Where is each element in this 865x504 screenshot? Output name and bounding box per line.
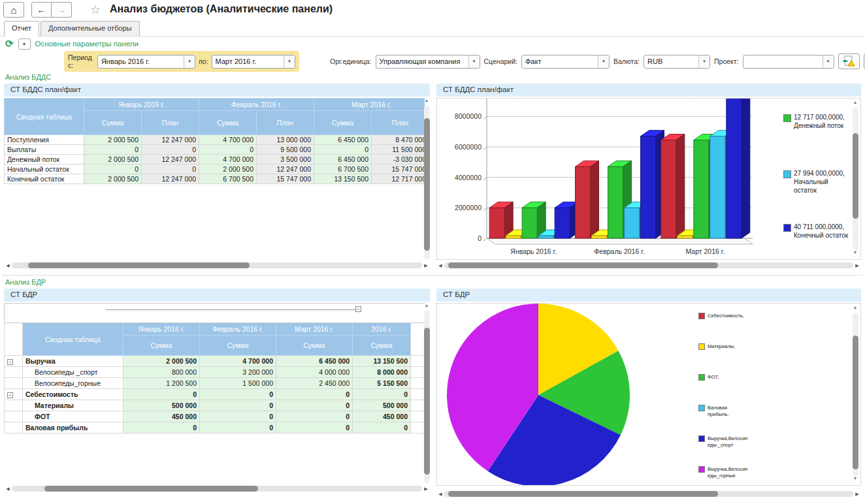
chevron-down-icon[interactable]: ▾ <box>284 55 295 68</box>
bdds-chart-hscrollbar[interactable]: ◀ ▶ <box>436 261 861 270</box>
legend-label: Материалы, <box>708 343 748 350</box>
value-cell: 5 150 500 <box>353 378 411 389</box>
scroll-left-icon[interactable]: ◀ <box>4 486 12 492</box>
currency-label: Валюта: <box>613 57 640 65</box>
table-row[interactable]: ФОТ450 00000450 000 <box>5 411 425 422</box>
period-to-combo[interactable]: Март 2016 г. ▾ <box>212 55 295 69</box>
bdds-legend-vscrollbar[interactable]: ▲ ▼ <box>851 100 859 258</box>
table-row[interactable]: −Выручка2 000 5004 700 0006 450 00013 15… <box>5 356 425 367</box>
org-unit-combo[interactable]: Управляющая компания ▾ <box>376 55 480 69</box>
bdds-table-vscrollbar[interactable]: ▲ <box>423 98 431 260</box>
export-settings-button[interactable] <box>838 54 860 69</box>
table-row[interactable]: Валовая прибыль0000 <box>5 422 425 433</box>
table-row[interactable]: Велосипеды _спорт800 0003 200 0004 000 0… <box>5 367 425 378</box>
column-header: 2016 г. <box>353 323 411 336</box>
scroll-thumb[interactable] <box>853 133 858 219</box>
bdr-table-panel-title: СТ БДР <box>4 289 430 302</box>
legend-label: Себестоимость, <box>708 313 748 319</box>
sub-column-header: Сумма <box>84 111 142 135</box>
scroll-left-icon[interactable]: ◀ <box>4 263 12 268</box>
scroll-right-icon[interactable]: ▶ <box>853 492 861 497</box>
legend-label: ФОТ, <box>708 374 748 381</box>
collapse-columns-button[interactable]: − <box>355 306 361 312</box>
params-panel-link[interactable]: Основные параметры панели <box>35 40 139 48</box>
scroll-thumb[interactable] <box>28 262 250 268</box>
table-row[interactable]: Выплаты0009 500 000011 500 000 <box>5 145 425 155</box>
bdr-table-vscrollbar[interactable]: ▲ <box>423 303 431 483</box>
scroll-down-icon[interactable]: ▼ <box>853 476 858 484</box>
value-cell: 2 000 500 <box>84 155 142 165</box>
project-value <box>743 55 823 68</box>
org-unit-label: Орг.единица: <box>330 57 372 65</box>
row-name-cell: Велосипеды_горные <box>23 378 123 389</box>
bdds-table-hscrollbar[interactable]: ◀ ▶ <box>4 261 430 270</box>
scroll-thumb[interactable] <box>853 336 858 469</box>
bdds-section-link[interactable]: Анализ БДДС <box>5 73 51 81</box>
value-cell: 2 450 000 <box>276 378 353 389</box>
scenario-combo[interactable]: Факт ▾ <box>521 55 610 69</box>
table-row[interactable]: −Себестоимость0000 <box>5 389 425 400</box>
chevron-down-icon[interactable]: ▾ <box>184 55 195 68</box>
legend-color-swatch <box>698 343 705 350</box>
tab-report[interactable]: Отчет <box>4 21 39 37</box>
chevron-down-icon[interactable]: ▾ <box>698 55 710 68</box>
home-button[interactable]: ⌂ <box>3 2 24 18</box>
row-name-cell: Выручка <box>23 356 123 367</box>
scroll-up-icon[interactable]: ▲ <box>853 100 858 108</box>
value-cell: 450 000 <box>353 411 411 422</box>
scroll-up-icon[interactable]: ▲ <box>853 305 858 313</box>
row-name-cell: ФОТ <box>23 411 123 422</box>
bdr-legend-vscrollbar[interactable]: ▲ ▼ <box>851 305 859 484</box>
legend-color-swatch <box>698 374 705 381</box>
table-row[interactable]: Денежный поток2 000 50012 247 0004 700 0… <box>5 155 425 165</box>
legend-entry: ФОТ, <box>698 374 748 381</box>
period-from-combo[interactable]: Январь 2016 г. ▾ <box>97 55 195 69</box>
legend-entry: 12 717 000,0000, Денежный поток <box>783 113 851 130</box>
project-combo[interactable]: ▾ <box>743 55 834 69</box>
tab-additional-filters[interactable]: Дополнительные отборы <box>41 21 140 36</box>
scroll-right-icon[interactable]: ▶ <box>422 486 430 492</box>
value-cell: 0 <box>353 422 411 433</box>
currency-combo[interactable]: RUB ▾ <box>644 55 710 69</box>
table-row[interactable]: Поступления2 000 50012 247 0004 700 0001… <box>5 135 425 145</box>
scroll-thumb[interactable] <box>424 118 430 251</box>
scroll-thumb[interactable] <box>448 262 718 268</box>
chevron-down-icon[interactable]: ▾ <box>823 55 834 68</box>
table-row[interactable]: Материалы500 00000500 000 <box>5 400 425 411</box>
back-icon: ← <box>37 5 46 15</box>
table-row[interactable]: Начальный остаток002 000 50012 247 0006 … <box>5 165 425 174</box>
value-cell: 2 000 500 <box>199 165 257 174</box>
scroll-thumb[interactable] <box>424 328 430 474</box>
legend-color-swatch <box>698 405 705 411</box>
scroll-thumb[interactable] <box>44 486 258 492</box>
scroll-down-icon[interactable]: ▼ <box>853 250 858 258</box>
bdds-chart-area: 02000000400000060000008000000Январь 2016… <box>436 98 861 260</box>
scroll-up-icon[interactable]: ▲ <box>425 98 429 106</box>
row-expander-cell: − <box>5 356 23 367</box>
chevron-down-icon[interactable]: ▾ <box>598 55 609 68</box>
back-button[interactable]: ← <box>31 2 52 18</box>
bdr-chart-hscrollbar[interactable]: ◀ ▶ <box>436 490 861 498</box>
collapse-params-button[interactable]: ▾ <box>18 39 31 50</box>
scroll-up-icon[interactable]: ▲ <box>425 303 429 311</box>
legend-color-swatch <box>783 170 791 178</box>
scroll-right-icon[interactable]: ▶ <box>422 263 430 268</box>
scroll-left-icon[interactable]: ◀ <box>436 492 444 497</box>
scroll-left-icon[interactable]: ◀ <box>436 263 444 268</box>
favorite-star-icon[interactable]: ☆ <box>90 3 101 17</box>
bdds-bar-chart: 02000000400000060000008000000Январь 2016… <box>449 99 761 259</box>
scroll-thumb[interactable] <box>448 491 718 497</box>
forward-button[interactable]: → <box>52 2 72 18</box>
bdr-section-link[interactable]: Анализ БДР <box>5 278 46 286</box>
legend-entry: 27 994 000,0000, Начальный остаток <box>783 169 851 195</box>
legend-color-swatch <box>698 435 705 442</box>
chevron-down-icon[interactable]: ▾ <box>468 55 480 68</box>
scroll-right-icon[interactable]: ▶ <box>853 263 861 268</box>
column-header: Январь 2016 г. <box>123 323 200 336</box>
collapse-row-button[interactable]: − <box>7 392 13 398</box>
collapse-row-button[interactable]: − <box>7 359 13 365</box>
table-row[interactable]: Конечный остаток2 000 50012 247 0006 700… <box>5 174 425 184</box>
refresh-button[interactable]: ⟳ <box>5 39 14 49</box>
bdr-table-hscrollbar[interactable]: ◀ ▶ <box>4 484 430 493</box>
table-row[interactable]: Велосипеды_горные1 200 5001 500 0002 450… <box>5 378 425 389</box>
